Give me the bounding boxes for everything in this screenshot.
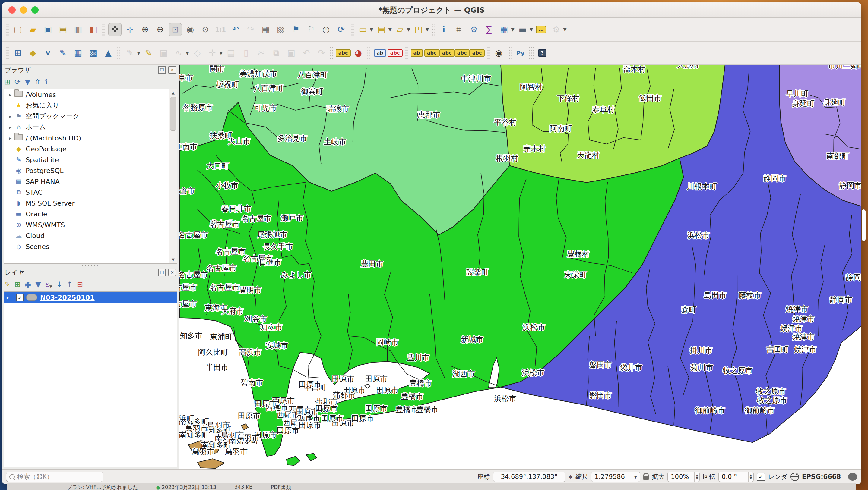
measure-line-icon[interactable]: ▬ bbox=[516, 23, 529, 36]
layer-labeling-options-icon[interactable]: abc bbox=[337, 46, 350, 60]
layers-manage-visibility-icon[interactable]: ◉ bbox=[25, 280, 31, 289]
browser-item-cloud[interactable]: ☁Cloud bbox=[4, 230, 177, 241]
scale-lock-icon[interactable] bbox=[643, 476, 649, 480]
scroll-down-icon[interactable]: ▼ bbox=[169, 256, 177, 263]
layer-styling-panel-icon[interactable]: ◕ bbox=[352, 46, 365, 60]
zoom-last-icon[interactable]: ↶ bbox=[229, 23, 242, 36]
open-project-icon[interactable]: ▰ bbox=[26, 23, 39, 36]
zoom-out-icon[interactable]: ⊖ bbox=[154, 23, 167, 36]
magnifier-spinner[interactable]: ▲▼ bbox=[694, 472, 700, 482]
municipalities-map[interactable]: 岐阜市関市美濃加茂市八百津町坂祝町八百津町御嵩町可児市各務原市瑞浪市多治見市土岐… bbox=[180, 65, 861, 469]
layer-expand-icon[interactable]: ▸ bbox=[4, 295, 12, 300]
select-features-by-value-icon[interactable]: ▤ bbox=[375, 23, 388, 36]
layers-float-button[interactable]: ❐ bbox=[158, 268, 166, 276]
layers-filter-by-expression-icon[interactable]: ε▼ bbox=[45, 280, 52, 289]
map-canvas[interactable]: 岐阜市関市美濃加茂市八百津町坂祝町八百津町御嵩町可児市各務原市瑞浪市多治見市土岐… bbox=[180, 65, 861, 469]
browser-item-geopackage[interactable]: ◆GeoPackage bbox=[4, 143, 177, 154]
browser-tree[interactable]: ▸/Volumes★お気に入り▸⚑空間ブックマーク▸⌂ホーム▸/ (Macint… bbox=[4, 89, 177, 264]
statistical-summary-icon[interactable]: ⌗ bbox=[452, 23, 465, 36]
current-edits-dropdown-icon[interactable]: ▼ bbox=[137, 50, 141, 56]
highlight-pinned-labels-icon[interactable]: ab bbox=[373, 46, 386, 60]
show-layout-manager-icon[interactable]: ▥ bbox=[71, 23, 85, 36]
panel-splitter[interactable]: •••••• bbox=[2, 264, 179, 267]
browser-scrollbar[interactable]: ▲ ▼ bbox=[169, 89, 177, 263]
browser-add-selected-layers-icon[interactable]: ⊞ bbox=[4, 78, 10, 86]
pin-unpin-labels-icon[interactable]: ab bbox=[410, 46, 424, 60]
new-spatial-bookmark-icon[interactable]: ⚑ bbox=[289, 23, 303, 36]
pan-map-icon[interactable]: ✜ bbox=[108, 23, 122, 36]
layers-add-group-icon[interactable]: ⊞ bbox=[14, 280, 21, 289]
coordinate-input[interactable]: 34.689°,137.083° bbox=[493, 471, 565, 482]
show-spatial-bookmarks-icon[interactable]: ⚐ bbox=[304, 23, 318, 36]
browser-item--[interactable]: ▸⚑空間ブックマーク bbox=[4, 111, 177, 122]
rotate-label-icon[interactable]: abc bbox=[456, 46, 469, 60]
browser-item-scenes[interactable]: ◇Scenes bbox=[4, 241, 177, 252]
select-features-dropdown-icon[interactable]: ▼ bbox=[370, 27, 373, 32]
browser-item-stac[interactable]: ⧉STAC bbox=[4, 187, 177, 198]
new-shapefile-layer-icon[interactable]: V bbox=[41, 46, 55, 60]
expand-icon[interactable]: ▸ bbox=[6, 113, 14, 119]
python-console-icon[interactable]: Py bbox=[514, 46, 527, 60]
new-map-view-icon[interactable]: ▦ bbox=[259, 23, 272, 36]
browser-item-postgresql[interactable]: ◉PostgreSQL bbox=[4, 165, 177, 176]
scale-select[interactable]: 1:279586 ▼ bbox=[591, 471, 640, 482]
select-features-icon[interactable]: ▭ bbox=[356, 23, 369, 36]
layer-name[interactable]: N03-20250101 bbox=[40, 294, 95, 301]
style-manager-icon[interactable]: ◧ bbox=[87, 23, 100, 36]
browser-filter-icon[interactable]: ▼ bbox=[25, 78, 30, 86]
crs-status[interactable]: EPSG:6668 bbox=[802, 473, 841, 480]
browser-collapse-all-icon[interactable]: ⇧ bbox=[35, 78, 41, 86]
layers-remove-icon[interactable]: ⊟ bbox=[77, 280, 83, 289]
browser-item-oracle[interactable]: ▬Oracle bbox=[4, 208, 177, 219]
zoom-to-selection-icon[interactable]: ◉ bbox=[184, 23, 197, 36]
new-project-icon[interactable]: ▢ bbox=[11, 23, 25, 36]
layers-collapse-all-icon[interactable]: ↑ bbox=[67, 280, 73, 289]
layers-style-manager-icon[interactable]: ✎ bbox=[4, 280, 10, 289]
deselect-features-dropdown-icon[interactable]: ▼ bbox=[407, 27, 410, 32]
refresh-map-icon[interactable]: ⟳ bbox=[335, 23, 348, 36]
new-spatialite-layer-icon[interactable]: ✎ bbox=[56, 46, 70, 60]
new-print-layout-icon[interactable]: ▤ bbox=[56, 23, 70, 36]
identify-features-icon[interactable]: ℹ bbox=[437, 23, 450, 36]
rotation-input[interactable]: 0.0 ° ▲▼ bbox=[718, 471, 754, 482]
scrollbar-thumb[interactable] bbox=[170, 97, 176, 131]
open-data-source-manager-icon[interactable]: ⊞ bbox=[11, 46, 25, 60]
title-bar[interactable]: *無題のプロジェクト — QGIS bbox=[2, 2, 861, 18]
browser-item-sap-hana[interactable]: ▦SAP HANA bbox=[4, 176, 177, 187]
crs-globe-icon[interactable] bbox=[790, 472, 799, 481]
browser-item--[interactable]: ▸⌂ホーム bbox=[4, 122, 177, 133]
layer-visibility-checkbox[interactable]: ✓ bbox=[16, 294, 24, 301]
change-label-icon[interactable]: abc bbox=[470, 46, 484, 60]
zoom-to-layer-icon[interactable]: ⊙ bbox=[199, 23, 212, 36]
layers-filter-legend-icon[interactable]: ▼ bbox=[35, 280, 41, 289]
pan-to-selection-icon[interactable]: ⊹ bbox=[123, 23, 136, 36]
browser-item--[interactable]: ★お気に入り bbox=[4, 100, 177, 111]
rotation-spinner[interactable]: ▲▼ bbox=[748, 472, 753, 482]
browser-item-wms-wmts[interactable]: ⊕WMS/WMTS bbox=[4, 219, 177, 230]
help-icon[interactable]: ? bbox=[536, 46, 549, 60]
browser-item-ms-sql-server[interactable]: ◗MS SQL Server bbox=[4, 198, 177, 208]
new-3d-map-view-icon[interactable]: ▧ bbox=[274, 23, 287, 36]
expand-icon[interactable]: ▸ bbox=[6, 125, 14, 130]
browser-float-button[interactable]: ❐ bbox=[158, 66, 166, 74]
temporal-controller-icon[interactable]: ◷ bbox=[319, 23, 333, 36]
digitize-with-segment-dropdown-icon[interactable]: ▼ bbox=[186, 50, 189, 56]
browser-refresh-icon[interactable]: ⟳ bbox=[14, 78, 21, 86]
scale-dropdown-icon[interactable]: ▼ bbox=[631, 472, 640, 482]
new-geopackage-layer-icon[interactable]: ◆ bbox=[26, 46, 39, 60]
select-features-by-value-dropdown-icon[interactable]: ▼ bbox=[389, 27, 392, 32]
browser-close-button[interactable]: ✕ bbox=[168, 66, 176, 74]
show-hide-labels-icon[interactable]: abc bbox=[425, 46, 438, 60]
save-project-icon[interactable]: ▣ bbox=[41, 23, 55, 36]
metasearch-icon[interactable]: ◉ bbox=[492, 46, 505, 60]
layers-tree[interactable]: ▸ ✓ N03-20250101 bbox=[4, 291, 177, 467]
layers-expand-all-icon[interactable]: ↓ bbox=[56, 280, 62, 289]
extents-toggle-icon[interactable]: ⌖ bbox=[568, 472, 573, 481]
new-temporary-scratch-layer-icon[interactable]: ▦ bbox=[71, 46, 85, 60]
zoom-full-icon[interactable]: ⊡ bbox=[168, 23, 182, 36]
expand-icon[interactable]: ▸ bbox=[6, 135, 14, 141]
show-sum-of-selected-icon[interactable]: ∑ bbox=[482, 23, 496, 36]
deselect-features-icon[interactable]: ▱ bbox=[393, 23, 407, 36]
vertex-tool-dropdown-icon[interactable]: ▼ bbox=[219, 50, 223, 56]
browser-item--macintosh-hd-[interactable]: ▸/ (Macintosh HD) bbox=[4, 133, 177, 143]
